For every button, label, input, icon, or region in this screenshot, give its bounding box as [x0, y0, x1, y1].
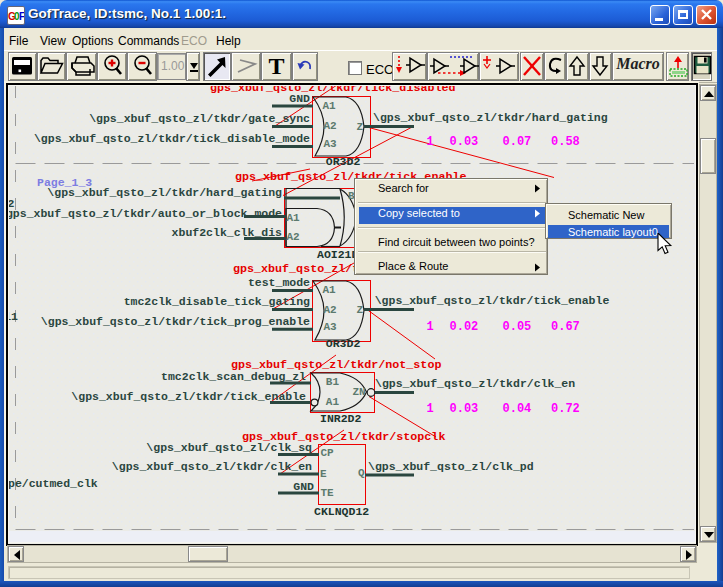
svg-text:pe/cutmed_clk: pe/cutmed_clk	[8, 477, 98, 490]
svg-text:A2: A2	[324, 304, 337, 316]
svg-text:A2: A2	[287, 231, 300, 243]
svg-text:0.03: 0.03	[450, 135, 479, 149]
svg-text:TE: TE	[321, 487, 335, 499]
svg-text:tmc2clk_scan_debug_zl: tmc2clk_scan_debug_zl	[161, 370, 306, 383]
svg-text:\gps_xbuf_qsto_zl/tkdr/tick_di: \gps_xbuf_qsto_zl/tkdr/tick_disable_mode	[34, 132, 310, 145]
svg-text:xbuf2clk_clk_dis: xbuf2clk_clk_dis	[172, 226, 283, 239]
svg-text:A1: A1	[323, 284, 337, 296]
svg-text:INR2D2: INR2D2	[320, 412, 362, 425]
svg-text:\gps_xbuf_qsto_zl/tkdr/hard_ga: \gps_xbuf_qsto_zl/tkdr/hard_gating	[373, 111, 608, 124]
svg-text:GND: GND	[293, 480, 314, 493]
svg-text:OR3D2: OR3D2	[326, 155, 361, 168]
svg-text:\gps_xbuf_qsto_zl/tkdr/clk_en: \gps_xbuf_qsto_zl/tkdr/clk_en	[112, 460, 312, 473]
svg-text:\gps_xbuf_qsto_zl/clk_pd: \gps_xbuf_qsto_zl/clk_pd	[368, 460, 534, 473]
svg-text:\gps_xbuf_qsto_zl/tkdr/tick_en: \gps_xbuf_qsto_zl/tkdr/tick_enable	[71, 390, 306, 403]
svg-text:CP: CP	[321, 447, 335, 459]
svg-text:OR3D2: OR3D2	[326, 337, 361, 350]
svg-text:ZN: ZN	[353, 386, 366, 398]
svg-text:\gps_xbuf_qsto_zl/tkdr/auto_or: \gps_xbuf_qsto_zl/tkdr/auto_or_block_mod…	[8, 207, 282, 220]
svg-text:A1: A1	[326, 396, 340, 408]
svg-text:B1: B1	[326, 376, 340, 388]
svg-text:0.72: 0.72	[551, 402, 580, 416]
svg-text:1: 1	[427, 320, 434, 334]
svg-text:A1: A1	[287, 212, 301, 224]
svg-text:0.07: 0.07	[503, 135, 532, 149]
svg-text:\gps_xbuf_qsto_zl/tkdr/tick_en: \gps_xbuf_qsto_zl/tkdr/tick_enable	[375, 294, 610, 307]
svg-text:gps_xbuf_qsto_zl/tkdr/tick_dis: gps_xbuf_qsto_zl/tkdr/tick_disabled	[210, 85, 455, 95]
svg-text:0.02: 0.02	[450, 320, 479, 334]
svg-text:0.67: 0.67	[551, 320, 580, 334]
svg-text:0.04: 0.04	[503, 402, 532, 416]
svg-text:0.03: 0.03	[450, 402, 479, 416]
svg-text:\gps_xbuf_qsto_zl/clk_sq: \gps_xbuf_qsto_zl/clk_sq	[146, 441, 312, 454]
svg-text:A3: A3	[324, 321, 338, 333]
svg-text:\gps_xbuf_qsto_zl/tkdr/clk_en: \gps_xbuf_qsto_zl/tkdr/clk_en	[375, 377, 575, 390]
svg-text:Z: Z	[357, 304, 364, 316]
svg-text:\gps_xbuf_qsto_zl/tkdr/gate_sy: \gps_xbuf_qsto_zl/tkdr/gate_sync	[89, 112, 310, 125]
svg-text:1: 1	[427, 135, 434, 149]
svg-text:\gps_xbuf_qsto_zl/tkdr/hard_ga: \gps_xbuf_qsto_zl/tkdr/hard_gating	[47, 186, 282, 199]
svg-text:1: 1	[427, 402, 434, 416]
svg-text:GND: GND	[289, 92, 310, 105]
svg-text:Z: Z	[357, 121, 364, 133]
svg-text:l1: l1	[8, 310, 18, 323]
svg-text:tmc2clk_disable_tick_gating: tmc2clk_disable_tick_gating	[124, 295, 310, 308]
svg-text:A1: A1	[323, 100, 337, 112]
svg-text:0.58: 0.58	[551, 135, 580, 149]
svg-text:test_mode: test_mode	[248, 276, 310, 289]
svg-text:E: E	[320, 468, 327, 480]
svg-text:CKLNQD12: CKLNQD12	[314, 505, 369, 518]
svg-text:F: F	[19, 11, 24, 22]
svg-text:\gps_xbuf_qsto_zl/tkdr/tick_pr: \gps_xbuf_qsto_zl/tkdr/tick_prog_enable	[41, 315, 310, 328]
svg-text:A2: A2	[324, 120, 337, 132]
svg-text:Q: Q	[358, 467, 365, 479]
svg-text:0.05: 0.05	[503, 320, 532, 334]
svg-text:A3: A3	[324, 138, 338, 150]
